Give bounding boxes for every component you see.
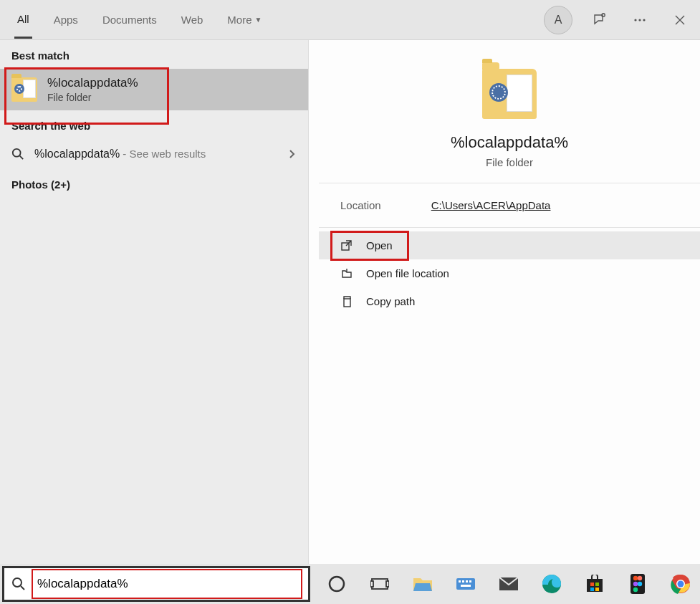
annotation-highlight-search (33, 570, 301, 598)
tab-more[interactable]: More ▼ (224, 2, 264, 37)
action-copy-path[interactable]: Copy path (319, 287, 700, 315)
svg-point-32 (678, 581, 684, 588)
edge-icon[interactable] (540, 572, 563, 595)
svg-rect-15 (466, 580, 468, 583)
best-match-text: %localappdata% File folder (47, 76, 138, 103)
caret-down-icon: ▼ (255, 16, 262, 24)
search-input[interactable] (37, 577, 297, 591)
cortana-icon[interactable] (325, 572, 348, 595)
svg-rect-11 (386, 581, 389, 587)
action-list: Open Open file location Copy path (319, 228, 700, 319)
open-icon (340, 240, 353, 251)
taskbar (0, 564, 700, 604)
svg-rect-16 (469, 580, 471, 583)
figma-icon[interactable] (626, 572, 649, 595)
svg-rect-23 (595, 588, 599, 591)
feedback-icon[interactable] (587, 7, 613, 33)
chevron-right-icon (288, 149, 297, 159)
svg-point-29 (633, 588, 638, 592)
top-right-controls: A (544, 6, 693, 34)
mail-icon[interactable] (497, 572, 520, 595)
svg-rect-20 (590, 583, 594, 586)
svg-rect-22 (590, 588, 594, 591)
search-filter-bar: All Apps Documents Web More ▼ A (0, 0, 700, 40)
more-options-icon[interactable] (627, 7, 653, 33)
svg-rect-17 (461, 585, 471, 587)
results-pane: Best match %localappdata% File folder Se… (0, 40, 308, 564)
svg-point-27 (633, 582, 638, 586)
detail-title: %localappdata% (326, 133, 693, 152)
best-match-header: Best match (0, 40, 308, 69)
task-view-icon[interactable] (368, 572, 391, 595)
svg-rect-14 (462, 580, 464, 583)
search-icon (11, 148, 24, 160)
svg-rect-12 (456, 578, 475, 590)
svg-rect-21 (595, 583, 599, 586)
svg-point-25 (633, 576, 638, 580)
action-open-label: Open (366, 239, 393, 251)
action-open-loc-label: Open file location (366, 267, 449, 279)
tab-web[interactable]: Web (178, 2, 206, 37)
best-match-title: %localappdata% (47, 76, 138, 90)
location-value[interactable]: C:\Users\ACER\AppData (431, 199, 551, 211)
on-screen-keyboard-icon[interactable] (454, 572, 477, 595)
main-content: Best match %localappdata% File folder Se… (0, 40, 700, 564)
photos-header[interactable]: Photos (2+) (0, 169, 308, 198)
tab-more-label: More (227, 14, 251, 26)
search-web-header: Search the web (0, 110, 308, 139)
action-copy-path-label: Copy path (366, 295, 415, 307)
chrome-icon[interactable] (669, 572, 692, 595)
web-search-result[interactable]: %localappdata% - See web results (0, 139, 308, 169)
best-match-result[interactable]: %localappdata% File folder (0, 69, 308, 110)
svg-point-4 (13, 149, 21, 157)
svg-point-1 (634, 19, 636, 21)
taskbar-icons (312, 572, 692, 595)
location-label: Location (340, 199, 381, 211)
close-icon[interactable] (667, 7, 693, 33)
filter-tabs: All Apps Documents Web More ▼ (14, 1, 264, 39)
copy-icon (340, 296, 353, 307)
svg-rect-19 (587, 579, 603, 592)
file-explorer-icon[interactable] (411, 572, 434, 595)
web-suffix-text: - See web results (120, 148, 206, 160)
taskbar-search-box[interactable] (2, 566, 310, 602)
svg-rect-6 (344, 299, 350, 307)
folder-icon-large (482, 69, 537, 119)
detail-subtitle: File folder (326, 156, 693, 168)
folder-location-icon (340, 268, 353, 279)
action-open[interactable]: Open (319, 231, 700, 259)
best-match-subtitle: File folder (47, 92, 138, 103)
folder-icon (11, 77, 37, 102)
web-query-text: %localappdata% (34, 148, 120, 160)
svg-point-7 (13, 578, 21, 587)
microsoft-store-icon[interactable] (583, 572, 606, 595)
svg-point-28 (638, 582, 642, 586)
action-open-file-location[interactable]: Open file location (319, 259, 700, 287)
search-icon (11, 577, 26, 591)
detail-hero: %localappdata% File folder (319, 47, 700, 183)
svg-point-3 (643, 19, 645, 21)
svg-point-26 (638, 576, 642, 580)
tab-all[interactable]: All (14, 1, 32, 39)
svg-rect-9 (372, 579, 388, 589)
tab-apps[interactable]: Apps (51, 2, 81, 37)
svg-point-2 (638, 19, 641, 21)
svg-rect-13 (459, 580, 461, 583)
tab-documents[interactable]: Documents (100, 2, 160, 37)
svg-point-8 (330, 577, 344, 591)
user-avatar[interactable]: A (544, 6, 572, 34)
location-row: Location C:\Users\ACER\AppData (319, 183, 700, 228)
svg-point-0 (602, 13, 605, 16)
detail-pane: %localappdata% File folder Location C:\U… (308, 40, 700, 564)
svg-rect-10 (370, 581, 373, 587)
